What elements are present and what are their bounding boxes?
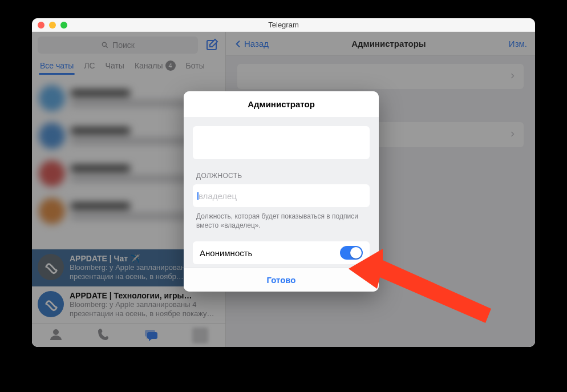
done-button[interactable]: Готово <box>184 268 379 292</box>
minimize-window-button[interactable] <box>49 22 56 29</box>
window-title: Telegram <box>32 21 535 29</box>
window-controls <box>38 22 67 29</box>
rank-section-label: ДОЛЖНОСТЬ <box>196 172 366 180</box>
modal-title: Администратор <box>184 91 379 117</box>
anonymity-toggle[interactable] <box>340 246 363 260</box>
admin-modal: Администратор ДОЛЖНОСТЬ владелец Должнос… <box>184 91 379 292</box>
titlebar: Telegram <box>32 18 535 32</box>
rank-input-placeholder: владелец <box>199 191 237 201</box>
rank-hint: Должность, которая будет показываться в … <box>193 207 370 231</box>
fullscreen-window-button[interactable] <box>60 22 67 29</box>
admin-user-card[interactable] <box>193 126 370 159</box>
close-window-button[interactable] <box>38 22 44 29</box>
app-window: Telegram Поиск Все чаты ЛС Чаты Каналы 4 <box>32 18 535 347</box>
anonymity-row: Анонимность <box>193 241 370 264</box>
rank-input[interactable]: владелец <box>193 184 370 207</box>
anonymity-label: Анонимность <box>200 248 252 258</box>
